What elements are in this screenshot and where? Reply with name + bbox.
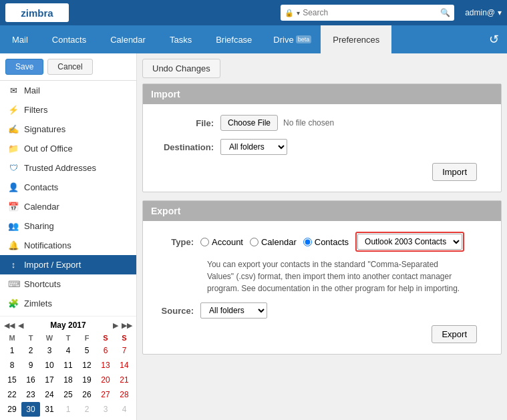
source-select[interactable]: All folders bbox=[200, 302, 267, 319]
cal-day[interactable]: 5 bbox=[77, 343, 96, 358]
undo-changes-button[interactable]: Undo Changes bbox=[142, 59, 220, 78]
cal-day[interactable]: 11 bbox=[59, 358, 77, 373]
cal-day[interactable]: 30 bbox=[21, 402, 40, 417]
cal-day[interactable]: 14 bbox=[115, 358, 134, 373]
cal-day[interactable]: 16 bbox=[21, 373, 40, 387]
cal-day[interactable]: 9 bbox=[77, 417, 96, 418]
sidebar-item-shortcuts[interactable]: ⌨ Shortcuts bbox=[0, 274, 136, 294]
mail-icon: ✉ bbox=[8, 85, 19, 95]
destination-select[interactable]: All folders bbox=[220, 139, 287, 155]
save-button[interactable]: Save bbox=[5, 59, 43, 75]
cal-day[interactable]: 10 bbox=[96, 417, 115, 418]
cal-header-s2: S bbox=[115, 333, 134, 343]
cal-day[interactable]: 28 bbox=[115, 387, 134, 402]
refresh-button[interactable]: ↺ bbox=[481, 25, 507, 53]
sidebar-item-signatures[interactable]: ✍ Signatures bbox=[0, 120, 136, 139]
cal-next-next-button[interactable]: ▶▶ bbox=[120, 321, 134, 330]
cal-prev-prev-button[interactable]: ◀◀ bbox=[3, 321, 16, 330]
cal-day[interactable]: 12 bbox=[77, 358, 96, 373]
cal-day[interactable]: 27 bbox=[96, 387, 115, 402]
sidebar-item-zimlets[interactable]: 🧩 Zimlets bbox=[0, 294, 136, 313]
sidebar-item-import-export[interactable]: ↕ Import / Export bbox=[0, 255, 136, 274]
cal-day[interactable]: 22 bbox=[3, 387, 21, 402]
sidebar-item-contacts[interactable]: 👤 Contacts bbox=[0, 178, 136, 197]
cal-day[interactable]: 11 bbox=[115, 417, 134, 418]
nav-item-tasks[interactable]: Tasks bbox=[158, 25, 204, 53]
cal-header-m: M bbox=[3, 333, 21, 343]
cal-day[interactable]: 26 bbox=[77, 387, 96, 402]
cal-day[interactable]: 1 bbox=[59, 402, 77, 417]
user-dropdown-icon[interactable]: ▾ bbox=[498, 8, 502, 17]
cal-day[interactable]: 3 bbox=[40, 343, 59, 358]
type-calendar-option[interactable]: Calendar bbox=[250, 237, 297, 247]
sharing-icon: 👥 bbox=[8, 221, 19, 231]
cancel-button[interactable]: Cancel bbox=[47, 59, 92, 75]
lock-dropdown[interactable]: ▾ bbox=[297, 9, 300, 17]
cal-day[interactable]: 4 bbox=[59, 343, 77, 358]
cal-day[interactable]: 3 bbox=[96, 402, 115, 417]
type-account-option[interactable]: Account bbox=[200, 237, 243, 247]
format-select[interactable]: Outlook 2003 Contacts CSV (Generic) vCar… bbox=[357, 234, 462, 250]
cal-day[interactable]: 24 bbox=[40, 387, 59, 402]
cal-day[interactable]: 5 bbox=[3, 417, 21, 418]
cal-day[interactable]: 6 bbox=[21, 417, 40, 418]
cal-day[interactable]: 4 bbox=[115, 402, 134, 417]
calendar-grid: M T W T F S S 12345678910111213141516171… bbox=[3, 333, 134, 418]
nav-bar: Mail Contacts Calendar Tasks Briefcase D… bbox=[0, 25, 507, 53]
cal-day[interactable]: 25 bbox=[59, 387, 77, 402]
cal-next-button[interactable]: ▶ bbox=[112, 321, 120, 330]
sidebar-item-out-of-office[interactable]: 📁 Out of Office bbox=[0, 139, 136, 158]
toolbar: Undo Changes bbox=[142, 59, 502, 78]
type-contacts-option[interactable]: Contacts bbox=[303, 237, 349, 247]
cal-day[interactable]: 7 bbox=[115, 343, 134, 358]
search-input[interactable] bbox=[303, 8, 438, 17]
nav-item-preferences[interactable]: Preferences bbox=[321, 25, 391, 53]
contacts-radio[interactable] bbox=[303, 238, 312, 246]
sidebar-item-calendar[interactable]: 📅 Calendar bbox=[0, 197, 136, 216]
cal-day[interactable]: 31 bbox=[40, 402, 59, 417]
export-button[interactable]: Export bbox=[432, 325, 477, 343]
cal-day[interactable]: 8 bbox=[59, 417, 77, 418]
cal-day[interactable]: 2 bbox=[77, 402, 96, 417]
nav-item-calendar[interactable]: Calendar bbox=[98, 25, 158, 53]
top-bar: zimbra 🔒 ▾ 🔍 admin@ ▾ bbox=[0, 0, 507, 25]
calendar-radio[interactable] bbox=[250, 238, 259, 246]
cal-day[interactable]: 7 bbox=[40, 417, 59, 418]
cal-day[interactable]: 9 bbox=[21, 358, 40, 373]
sidebar-item-sharing[interactable]: 👥 Sharing bbox=[0, 216, 136, 236]
cal-day[interactable]: 23 bbox=[21, 387, 40, 402]
sidebar-item-notifications[interactable]: 🔔 Notifications bbox=[0, 236, 136, 255]
cal-day[interactable]: 2 bbox=[21, 343, 40, 358]
cal-header-f: F bbox=[77, 333, 96, 343]
sidebar-item-trusted-addresses[interactable]: 🛡 Trusted Addresses bbox=[0, 158, 136, 178]
search-container: 🔒 ▾ 🔍 bbox=[281, 5, 454, 21]
cal-day[interactable]: 19 bbox=[77, 373, 96, 387]
cal-day[interactable]: 8 bbox=[3, 358, 21, 373]
account-radio[interactable] bbox=[200, 238, 209, 246]
cal-prev-button[interactable]: ◀ bbox=[17, 321, 25, 330]
sidebar-item-mail[interactable]: ✉ Mail bbox=[0, 81, 136, 100]
trusted-addresses-icon: 🛡 bbox=[8, 163, 19, 173]
cal-day[interactable]: 1 bbox=[3, 343, 21, 358]
cal-day[interactable]: 15 bbox=[3, 373, 21, 387]
calendar-widget: ◀◀ ◀ May 2017 ▶ ▶▶ M T W bbox=[0, 316, 136, 418]
nav-item-mail[interactable]: Mail bbox=[0, 25, 40, 53]
out-of-office-icon: 📁 bbox=[8, 144, 19, 154]
cal-day[interactable]: 18 bbox=[59, 373, 77, 387]
nav-item-briefcase[interactable]: Briefcase bbox=[204, 25, 264, 53]
sidebar-item-filters[interactable]: ⚡ Filters bbox=[0, 100, 136, 120]
import-section: Import File: Choose File No file chosen … bbox=[142, 83, 502, 192]
cal-day[interactable]: 6 bbox=[96, 343, 115, 358]
cal-day[interactable]: 21 bbox=[115, 373, 134, 387]
cal-day[interactable]: 29 bbox=[3, 402, 21, 417]
notifications-icon: 🔔 bbox=[8, 240, 19, 250]
cal-day[interactable]: 10 bbox=[40, 358, 59, 373]
cal-header-t2: T bbox=[59, 333, 77, 343]
nav-item-drive[interactable]: Drive beta bbox=[264, 25, 321, 53]
import-button[interactable]: Import bbox=[432, 163, 477, 181]
cal-day[interactable]: 17 bbox=[40, 373, 59, 387]
cal-day[interactable]: 13 bbox=[96, 358, 115, 373]
nav-item-contacts[interactable]: Contacts bbox=[40, 25, 98, 53]
cal-day[interactable]: 20 bbox=[96, 373, 115, 387]
choose-file-button[interactable]: Choose File bbox=[220, 115, 278, 131]
